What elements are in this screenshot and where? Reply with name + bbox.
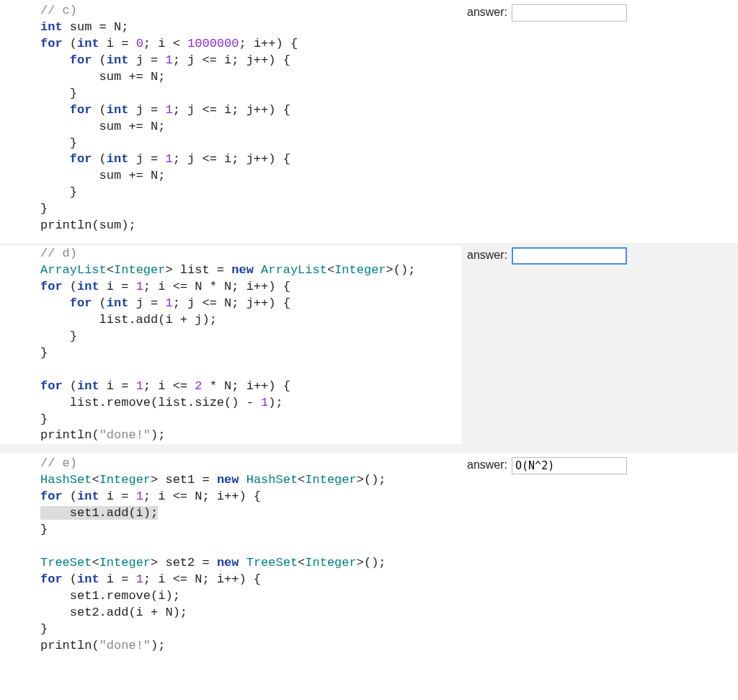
question-d: // d) ArrayList<Integer> list = new Arra… — [0, 243, 738, 453]
selected-text: set1.add(i); — [40, 506, 158, 520]
answer-row-e: answer: — [467, 456, 738, 474]
answer-label: answer: — [467, 457, 507, 473]
comment: // d) — [40, 247, 77, 260]
answer-label: answer: — [467, 4, 507, 20]
code-block-c: // c) int sum = N; for (int i = 0; i < 1… — [0, 3, 461, 234]
answer-label: answer: — [467, 247, 507, 263]
answer-input-e[interactable] — [512, 457, 627, 474]
answer-row-d: answer: — [467, 246, 738, 265]
comment: // e) — [40, 456, 77, 470]
question-e: // e) HashSet<Integer> set1 = new HashSe… — [0, 453, 738, 663]
code-block-e: // e) HashSet<Integer> set1 = new HashSe… — [0, 456, 461, 654]
question-list: // c) int sum = N; for (int i = 0; i < 1… — [0, 0, 738, 663]
answer-input-d[interactable] — [512, 247, 627, 265]
comment: // c) — [40, 4, 77, 17]
answer-row-c: answer: — [467, 3, 738, 22]
question-c: // c) int sum = N; for (int i = 0; i < 1… — [0, 0, 738, 243]
code-block-d: // d) ArrayList<Integer> list = new Arra… — [0, 246, 461, 444]
answer-input-c[interactable] — [512, 4, 627, 22]
